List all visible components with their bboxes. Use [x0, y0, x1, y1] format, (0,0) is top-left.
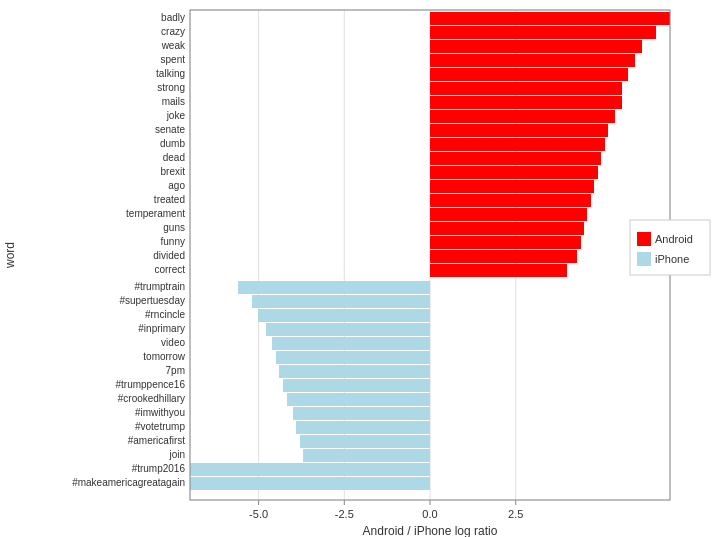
bar-ago: [430, 180, 594, 193]
ylabel-temperament: temperament: [126, 208, 185, 219]
bar-brexit: [430, 166, 598, 179]
legend-android-label: Android: [655, 233, 693, 245]
ylabel-dumb: dumb: [160, 138, 185, 149]
ylabel-senate: senate: [155, 124, 185, 135]
bar-spent: [430, 54, 635, 67]
bar-mails: [430, 96, 622, 109]
xlabel-neg2_5: -2.5: [335, 508, 354, 520]
y-axis-label: word: [3, 242, 17, 269]
ylabel-spent: spent: [161, 54, 186, 65]
bar-7pm: [279, 365, 430, 378]
bar-supertuesday: [252, 295, 430, 308]
xlabel-2_5: 2.5: [508, 508, 523, 520]
bar-weak: [430, 40, 642, 53]
ylabel-mails: mails: [162, 96, 185, 107]
bar-americafirst: [300, 435, 430, 448]
ylabel-votetrump: #votetrump: [135, 421, 185, 432]
bar-badly: [430, 12, 677, 25]
ylabel-rncincle: #rncincle: [145, 309, 185, 320]
ylabel-supertuesday: #supertuesday: [119, 295, 185, 306]
bar-join: [303, 449, 430, 462]
chart-container: badly crazy weak spent talking strong ma…: [0, 0, 723, 537]
ylabel-video: video: [161, 337, 185, 348]
bar-correct: [430, 264, 567, 277]
ylabel-guns: guns: [163, 222, 185, 233]
bar-temperament: [430, 208, 587, 221]
bar-crookedhillary: [287, 393, 430, 406]
bar-trumppence16: [283, 379, 430, 392]
bar-senate: [430, 124, 608, 137]
ylabel-trump2016: #trump2016: [132, 463, 186, 474]
ylabel-dead: dead: [163, 152, 185, 163]
ylabel-correct: correct: [154, 264, 185, 275]
ylabel-trumppence16: #trumppence16: [116, 379, 186, 390]
chart-svg: badly crazy weak spent talking strong ma…: [0, 0, 723, 537]
ylabel-inprimary: #inprimary: [138, 323, 185, 334]
x-axis-label: Android / iPhone log ratio: [363, 524, 498, 537]
ylabel-funny: funny: [161, 236, 185, 247]
bar-trumptrain: [238, 281, 430, 294]
bar-dead: [430, 152, 601, 165]
legend-box: [630, 220, 710, 275]
ylabel-joke: joke: [166, 110, 186, 121]
xlabel-neg5: -5.0: [249, 508, 268, 520]
ylabel-weak: weak: [161, 40, 186, 51]
bar-dumb: [430, 138, 605, 151]
ylabel-ago: ago: [168, 180, 185, 191]
ylabel-brexit: brexit: [161, 166, 186, 177]
ylabel-americafirst: #americafirst: [128, 435, 185, 446]
ylabel-trumptrain: #trumptrain: [134, 281, 185, 292]
bar-rncincle: [258, 309, 430, 322]
ylabel-join: join: [168, 449, 185, 460]
ylabel-crookedhillary: #crookedhillary: [118, 393, 185, 404]
ylabel-7pm: 7pm: [166, 365, 185, 376]
legend-iphone-label: iPhone: [655, 253, 689, 265]
ylabel-imwithyou: #imwithyou: [135, 407, 185, 418]
bar-trump2016: [53, 463, 430, 476]
ylabel-treated: treated: [154, 194, 185, 205]
bar-strong: [430, 82, 622, 95]
bar-talking: [430, 68, 628, 81]
ylabel-divided: divided: [153, 250, 185, 261]
ylabel-crazy: crazy: [161, 26, 185, 37]
bar-joke: [430, 110, 615, 123]
bar-inprimary: [266, 323, 430, 336]
bar-video: [272, 337, 430, 350]
bar-guns: [430, 222, 584, 235]
legend-iphone-swatch: [637, 252, 651, 266]
bar-votetrump: [296, 421, 430, 434]
ylabel-makeamericagreatagain: #makeamericagreatagain: [72, 477, 185, 488]
bar-treated: [430, 194, 591, 207]
bar-imwithyou: [293, 407, 430, 420]
ylabel-talking: talking: [156, 68, 185, 79]
xlabel-0: 0.0: [422, 508, 437, 520]
bar-tomorrow: [276, 351, 430, 364]
legend-android-swatch: [637, 232, 651, 246]
bar-funny: [430, 236, 581, 249]
ylabel-tomorrow: tomorrow: [143, 351, 185, 362]
bar-divided: [430, 250, 577, 263]
ylabel-badly: badly: [161, 12, 185, 23]
ylabel-strong: strong: [157, 82, 185, 93]
bar-crazy: [430, 26, 656, 39]
